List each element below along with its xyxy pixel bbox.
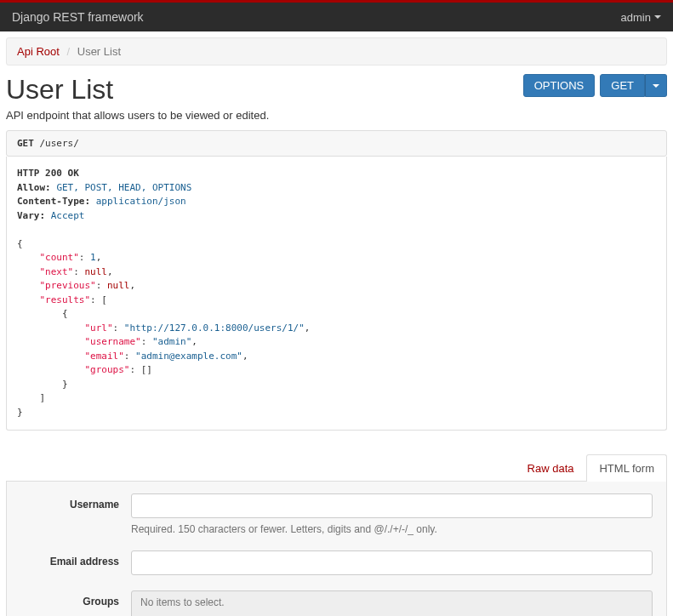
navbar-user-menu[interactable]: admin bbox=[621, 11, 661, 24]
username-help: Required. 150 characters or fewer. Lette… bbox=[131, 523, 653, 535]
form-row-username: Username Required. 150 characters or few… bbox=[20, 493, 653, 535]
get-button[interactable]: GET bbox=[600, 74, 645, 97]
email-label: Email address bbox=[20, 550, 131, 568]
form-row-email: Email address bbox=[20, 550, 653, 575]
navbar-brand[interactable]: Django REST framework bbox=[12, 10, 144, 24]
breadcrumb: Api Root / User List bbox=[6, 37, 667, 66]
caret-down-icon bbox=[653, 84, 659, 88]
groups-label: Groups bbox=[20, 590, 131, 607]
json-previous: null bbox=[107, 280, 130, 291]
groups-select[interactable]: No items to select. bbox=[131, 590, 653, 616]
caret-down-icon bbox=[654, 15, 661, 19]
email-input[interactable] bbox=[131, 550, 653, 575]
options-button[interactable]: OPTIONS bbox=[523, 74, 596, 97]
page-header: User List OPTIONS GET bbox=[6, 74, 667, 106]
breadcrumb-current: User List bbox=[77, 45, 121, 58]
response-status: HTTP 200 OK bbox=[17, 168, 79, 179]
form-tabs: Raw data HTML form bbox=[6, 454, 667, 482]
get-dropdown-toggle[interactable] bbox=[645, 74, 667, 97]
json-count: 1 bbox=[90, 252, 96, 263]
tab-raw-data[interactable]: Raw data bbox=[515, 454, 587, 482]
breadcrumb-separator: / bbox=[63, 45, 75, 58]
allow-header-label: Allow: bbox=[17, 182, 51, 193]
html-form-panel: Username Required. 150 characters or few… bbox=[6, 482, 667, 616]
request-path: /users/ bbox=[40, 138, 79, 149]
vary-value: Accept bbox=[51, 210, 85, 221]
allow-header-value: GET, POST, HEAD, OPTIONS bbox=[56, 182, 191, 193]
request-line: GET /users/ bbox=[6, 130, 667, 157]
response-body: HTTP 200 OK Allow: GET, POST, HEAD, OPTI… bbox=[6, 157, 667, 431]
json-next: null bbox=[85, 266, 108, 277]
vary-label: Vary: bbox=[17, 210, 45, 221]
content-type-value: application/json bbox=[96, 196, 186, 207]
page-actions: OPTIONS GET bbox=[523, 74, 667, 97]
content-type-label: Content-Type: bbox=[17, 196, 90, 207]
navbar-username: admin bbox=[621, 11, 651, 24]
get-button-group: GET bbox=[600, 74, 667, 97]
page-title: User List bbox=[6, 74, 113, 106]
request-method: GET bbox=[17, 138, 34, 149]
json-groups: [] bbox=[141, 364, 152, 375]
json-email: admin@example.com bbox=[141, 351, 237, 362]
json-username: admin bbox=[158, 336, 186, 347]
form-row-groups: Groups No items to select. The groups th… bbox=[20, 590, 653, 616]
username-label: Username bbox=[20, 493, 131, 510]
json-url: http://127.0.0.1:8000/users/1/ bbox=[129, 322, 299, 334]
endpoint-description: API endpoint that allows users to be vie… bbox=[6, 109, 667, 122]
tab-html-form[interactable]: HTML form bbox=[586, 454, 667, 482]
breadcrumb-root-link[interactable]: Api Root bbox=[17, 45, 60, 58]
navbar: Django REST framework admin bbox=[0, 3, 673, 31]
username-input[interactable] bbox=[131, 493, 653, 518]
